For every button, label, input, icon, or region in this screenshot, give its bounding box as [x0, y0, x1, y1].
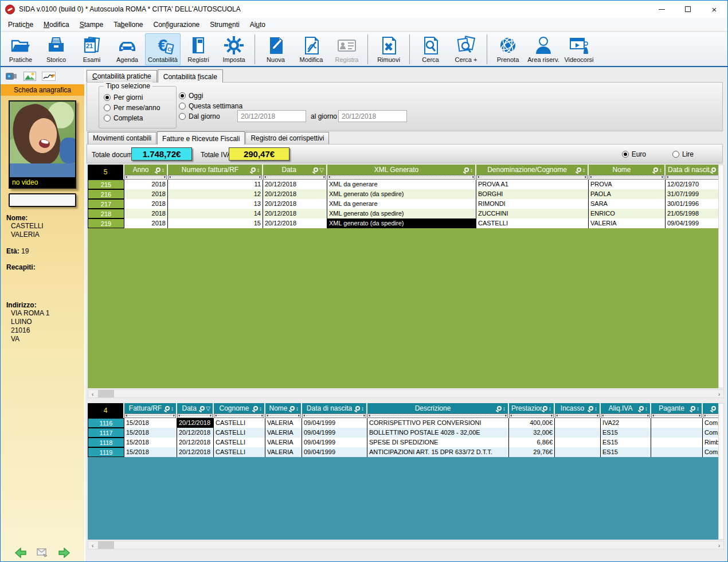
toolbar-imposta-button[interactable]: Imposta	[216, 33, 252, 65]
row-id-cell[interactable]: 1118	[88, 438, 124, 447]
cell-xml-generato[interactable]: XML generato (da spedire)	[327, 189, 476, 199]
previous-record-button[interactable]	[14, 548, 27, 558]
toolbar-nuova-button[interactable]: Nuova	[258, 33, 293, 65]
scroll-left-icon[interactable]: ‹	[88, 541, 97, 549]
toolbar-storico-button[interactable]: Storico	[38, 33, 74, 65]
column-filter-strip[interactable]: ▾ ▾	[589, 175, 664, 179]
cell-incasso[interactable]	[555, 447, 601, 457]
cell-anno[interactable]: 2018	[124, 209, 168, 218]
column-header[interactable]: Pagante ↕ ▽ ▾ ▾	[651, 403, 703, 418]
cell-data[interactable]: 20/12/2018	[177, 447, 214, 457]
cell-pagante[interactable]	[651, 438, 703, 447]
column-header[interactable]: Descrizione ↕ ▽ ▾ ▾	[367, 403, 509, 418]
column-filter-strip[interactable]: ▾ ▾	[666, 175, 718, 179]
column-header[interactable]: Nome ↕ ▽ ▾ ▾	[589, 165, 666, 179]
radio-option[interactable]: Per mese/anno	[104, 103, 160, 113]
cell-nome[interactable]: ENRICO	[589, 209, 666, 218]
cell-cognome[interactable]: CASTELLI	[214, 418, 265, 428]
cell-anno[interactable]: 2018	[124, 189, 168, 199]
minimize-button[interactable]	[648, 1, 675, 18]
column-header[interactable]: XML Generato ↕ ▽ ▾ ▾	[327, 165, 476, 179]
cell-pagante[interactable]	[651, 418, 703, 428]
column-filter-strip[interactable]: ▾ ▾	[367, 413, 508, 418]
cell-extra[interactable]: Compete	[703, 418, 718, 428]
cell-xml-generato[interactable]: XML generato (da spedire)	[327, 209, 476, 218]
column-header[interactable]: ↕ ▽ ▾ ▾	[703, 403, 718, 418]
cell-nome[interactable]: PROVA	[589, 179, 666, 189]
invoice-row[interactable]: 216 2018 12 20/12/2018 XML generato (da …	[88, 189, 718, 199]
toolbar-esami-button[interactable]: 21 Esami	[74, 33, 109, 65]
toolbar-agenda-button[interactable]: Agenda	[109, 33, 145, 65]
cell-data[interactable]: 20/12/2018	[177, 418, 214, 428]
toolbar-cerca-plus-button[interactable]: Cerca +	[448, 33, 484, 65]
radio-option[interactable]: Dal giorno	[179, 111, 242, 122]
image-icon[interactable]	[24, 72, 36, 81]
cell-descrizione[interactable]: SPESE DI SPEDIZIONE	[367, 438, 509, 447]
camera-icon[interactable]	[5, 72, 18, 81]
row-id-cell[interactable]: 216	[88, 189, 124, 199]
cell-denominazione[interactable]: ZUCCHINI	[476, 209, 589, 218]
cell-prestazione[interactable]: 32,00€	[509, 428, 555, 438]
cell-extra[interactable]: Compete	[703, 428, 718, 438]
cell-data[interactable]: 20/12/2018	[263, 209, 327, 218]
cell-data-nascita[interactable]: 09/04/1999	[302, 438, 367, 447]
cell-incasso[interactable]	[555, 418, 601, 428]
invoice-line-row[interactable]: 1118 15/2018 20/12/2018 CASTELLI VALERIA…	[88, 438, 718, 447]
cell-prestazione[interactable]: 400,00€	[509, 418, 555, 428]
invoice-row[interactable]: 215 2018 11 20/12/2018 XML da generare P…	[88, 179, 718, 189]
column-filter-strip[interactable]: ▾ ▾	[214, 413, 264, 418]
column-header[interactable]: Nome ↕ ▽ ▾ ▾	[265, 403, 302, 418]
invoices-horizontal-scrollbar[interactable]: ‹ ›	[88, 389, 724, 398]
menu-item[interactable]: Tabellone	[108, 19, 148, 30]
row-id-cell[interactable]: 218	[88, 209, 124, 218]
cell-nome[interactable]: PAOLA	[589, 189, 666, 199]
invoices-vertical-scrollbar[interactable]	[718, 165, 724, 388]
maximize-button[interactable]	[675, 1, 701, 18]
toolbar-area-riservata-button[interactable]: Area riserv.	[526, 33, 561, 65]
toolbar-rimuovi-button[interactable]: Rimuovi	[371, 33, 406, 65]
column-header[interactable]: Aliq.IVA ↕ ▽ ▾ ▾	[601, 403, 651, 418]
cell-numero-fattura[interactable]: 14	[168, 209, 263, 218]
cell-aliq-iva[interactable]: ES15	[601, 428, 651, 438]
cell-nome[interactable]: SARA	[589, 199, 666, 209]
toolbar-modifica-button[interactable]: Modifica	[293, 33, 329, 65]
row-id-cell[interactable]: 1119	[88, 447, 124, 457]
invoice-row[interactable]: 219 2018 15 20/12/2018 XML generato (da …	[88, 218, 718, 228]
cell-extra[interactable]: Rimbors	[703, 438, 718, 447]
cell-cognome[interactable]: CASTELLI	[214, 428, 265, 438]
row-id-cell[interactable]: 217	[88, 199, 124, 209]
column-header[interactable]: Anno ↕ ▽ ▾ ▾	[124, 165, 168, 179]
column-header[interactable]: Denominazione/Cognome ↕ ▽ ▾ ▾	[476, 165, 589, 179]
cell-data-nascita[interactable]: 09/04/1999	[666, 218, 718, 228]
menu-item[interactable]: Stampe	[75, 19, 108, 30]
close-button[interactable]: ×	[701, 1, 727, 18]
toolbar-videocorsi-button[interactable]: Videocorsi	[561, 33, 597, 65]
menu-item[interactable]: Aiuto	[245, 19, 271, 30]
cell-numero-fattura[interactable]: 12	[168, 189, 263, 199]
cell-fattura[interactable]: 15/2018	[124, 438, 177, 447]
cell-xml-generato[interactable]: XML generato (da spedire)	[327, 218, 476, 228]
cell-denominazione[interactable]: PROVA A1	[476, 179, 589, 189]
invoice-lines-vertical-scrollbar[interactable]	[718, 403, 724, 540]
cell-incasso[interactable]	[555, 428, 601, 438]
cell-denominazione[interactable]: BORGHI	[476, 189, 589, 199]
cell-descrizione[interactable]: ANTICIPAZIONI ART. 15 DPR 633/72 D.T.T.	[367, 447, 509, 457]
column-filter-strip[interactable]: ▾ ▾	[703, 413, 718, 418]
next-record-button[interactable]	[58, 548, 71, 558]
invoice-line-row[interactable]: 1119 15/2018 20/12/2018 CASTELLI VALERIA…	[88, 447, 718, 457]
cell-cognome[interactable]: CASTELLI	[214, 447, 265, 457]
column-header[interactable]: Data ↕ ▽ ▾ ▾	[263, 165, 327, 179]
cell-data[interactable]: 20/12/2018	[263, 199, 327, 209]
cell-prestazione[interactable]: 29,76€	[509, 447, 555, 457]
send-mail-button[interactable]	[37, 548, 48, 557]
menu-item[interactable]: Pratiche	[3, 19, 38, 30]
column-header[interactable]: Incasso ↕ ▽ ▾ ▾	[555, 403, 601, 418]
cell-anno[interactable]: 2018	[124, 218, 168, 228]
cell-incasso[interactable]	[555, 438, 601, 447]
column-header[interactable]: Fattura/RF ↕ ▽ ▾ ▾	[124, 403, 177, 418]
cell-fattura[interactable]: 15/2018	[124, 447, 177, 457]
signature-icon[interactable]	[42, 72, 56, 81]
cell-data-nascita[interactable]: 12/02/1970	[666, 179, 718, 189]
scrollbar-thumb[interactable]	[98, 541, 114, 549]
cell-nome[interactable]: VALERIA	[265, 438, 302, 447]
